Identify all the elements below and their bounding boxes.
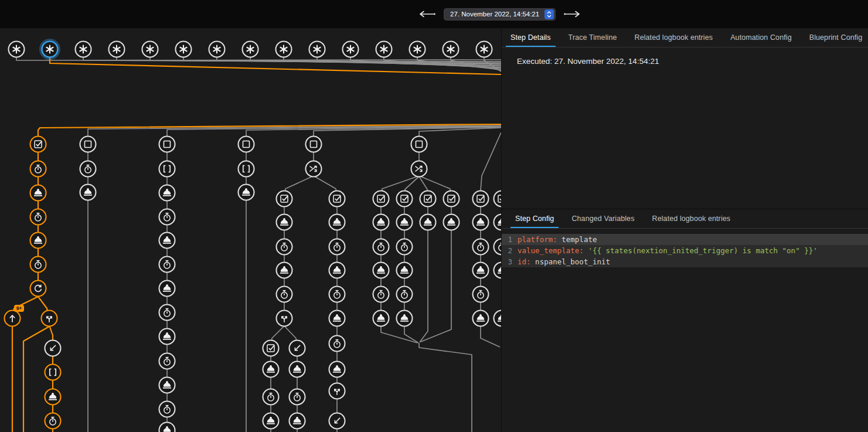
graph-node-service[interactable] — [263, 362, 279, 377]
tab-automation-config[interactable]: Automation Config — [721, 28, 801, 47]
graph-node-asterisk[interactable] — [9, 42, 25, 57]
graph-node-service[interactable] — [329, 311, 345, 326]
graph-node-asterisk[interactable] — [476, 42, 492, 57]
graph-node-service[interactable] — [80, 185, 96, 200]
graph-node-service[interactable] — [239, 185, 254, 200]
graph-node-brackets[interactable] — [239, 161, 254, 177]
graph-node-service[interactable] — [329, 215, 345, 230]
graph-node-timer[interactable] — [277, 287, 292, 302]
graph-node-split[interactable] — [277, 311, 292, 326]
graph-node-service[interactable] — [277, 215, 292, 230]
graph-node-asterisk[interactable] — [76, 42, 91, 57]
graph-node-service[interactable] — [397, 263, 413, 278]
graph-node-service[interactable] — [290, 362, 305, 377]
graph-node-square[interactable] — [80, 137, 96, 152]
graph-node-condition[interactable] — [444, 191, 459, 207]
graph-node-service[interactable] — [159, 281, 175, 297]
graph-node-asterisk[interactable] — [343, 42, 359, 57]
graph-node-timer[interactable] — [30, 209, 46, 225]
graph-node-condition[interactable] — [420, 191, 436, 207]
graph-node-brackets[interactable] — [45, 365, 61, 380]
graph-node-service[interactable] — [473, 215, 489, 230]
graph-node-service[interactable] — [373, 215, 389, 230]
graph-node-square[interactable] — [306, 137, 322, 152]
graph-node-asterisk[interactable] — [276, 42, 292, 57]
graph-node-asterisk[interactable] — [176, 42, 192, 57]
graph-node-asterisk[interactable] — [309, 42, 325, 57]
tab-step-config[interactable]: Step Config — [506, 209, 563, 228]
graph-node-service[interactable] — [444, 215, 459, 230]
graph-node-timer[interactable] — [263, 389, 279, 405]
graph-node-shuffle[interactable] — [411, 161, 427, 177]
graph-node-condition[interactable] — [329, 191, 345, 207]
graph-node-service[interactable] — [159, 233, 175, 249]
graph-node-timer[interactable] — [159, 305, 175, 321]
graph-node-timer[interactable] — [397, 287, 413, 302]
graph-node-asterisk[interactable] — [443, 42, 459, 57]
graph-node-arrow-dl[interactable] — [329, 413, 345, 429]
graph-node-service[interactable] — [397, 311, 413, 326]
graph-node-arrow-up[interactable]: 9+ — [5, 305, 25, 326]
graph-node-timer[interactable] — [373, 287, 389, 302]
graph-node-timer[interactable] — [30, 257, 46, 273]
graph-node-asterisk[interactable] — [410, 42, 426, 57]
graph-node-timer[interactable] — [159, 257, 175, 273]
graph-node-split[interactable] — [329, 383, 345, 399]
graph-node-condition[interactable] — [473, 191, 489, 207]
graph-node-timer[interactable] — [473, 287, 489, 302]
graph-node-asterisk[interactable] — [243, 42, 258, 57]
tab-blueprint-config[interactable]: Blueprint Config — [801, 28, 868, 47]
tab-related-logbook-entries[interactable]: Related logbook entries — [626, 28, 722, 47]
graph-node-condition[interactable] — [494, 191, 502, 207]
tab-related-logbook-entries[interactable]: Related logbook entries — [644, 209, 740, 228]
graph-node-service[interactable] — [420, 215, 436, 230]
graph-node-asterisk[interactable] — [376, 42, 392, 57]
graph-node-service[interactable] — [473, 263, 489, 278]
graph-node-service[interactable] — [373, 263, 389, 278]
graph-node-condition[interactable] — [263, 341, 279, 356]
graph-node-split[interactable] — [42, 311, 57, 326]
graph-node-service[interactable] — [290, 413, 305, 429]
graph-node-asterisk[interactable] — [109, 42, 125, 57]
graph-node-service[interactable] — [494, 263, 502, 278]
graph-node-square[interactable] — [159, 137, 175, 152]
graph-node-service[interactable] — [159, 423, 175, 432]
graph-node-timer[interactable] — [80, 161, 96, 177]
graph-node-asterisk[interactable] — [142, 42, 158, 57]
graph-node-service[interactable] — [494, 215, 502, 230]
graph-node-timer[interactable] — [277, 239, 292, 255]
tab-step-details[interactable]: Step Details — [502, 28, 560, 47]
graph-node-service[interactable] — [263, 413, 279, 429]
graph-node-timer[interactable] — [159, 402, 175, 417]
next-run-button[interactable] — [564, 9, 581, 19]
graph-node-timer[interactable] — [30, 161, 46, 177]
graph-node-brackets[interactable] — [159, 161, 175, 177]
graph-node-service[interactable] — [473, 311, 489, 326]
graph-node-timer[interactable] — [159, 353, 175, 369]
run-selector[interactable]: 27. November 2022, 14:54:21 — [444, 8, 556, 21]
graph-node-asterisk[interactable] — [209, 42, 225, 57]
graph-node-service[interactable] — [329, 362, 345, 377]
graph-node-shuffle[interactable] — [306, 161, 322, 177]
graph-node-service[interactable] — [159, 185, 175, 201]
graph-node-service[interactable] — [329, 263, 345, 278]
graph-node-timer[interactable] — [329, 239, 345, 255]
graph-node-timer[interactable] — [373, 239, 389, 255]
graph-node-arrow-dl[interactable] — [290, 341, 305, 356]
graph-node-service[interactable] — [30, 233, 46, 249]
graph-node-arrow-dl[interactable] — [45, 341, 61, 356]
graph-node-service[interactable] — [30, 185, 46, 201]
graph-node-service[interactable] — [159, 377, 175, 393]
tab-trace-timeline[interactable]: Trace Timeline — [560, 28, 626, 47]
graph-node-refresh[interactable] — [30, 281, 46, 297]
graph-node-timer[interactable] — [397, 239, 413, 255]
graph-node-timer[interactable] — [329, 336, 345, 352]
graph-node-condition[interactable] — [373, 191, 389, 207]
tab-changed-variables[interactable]: Changed Variables — [563, 209, 643, 228]
graph-node-timer[interactable] — [159, 209, 175, 225]
graph-node-square[interactable] — [411, 137, 427, 152]
graph-node-timer[interactable] — [45, 413, 61, 429]
graph-node-condition[interactable] — [30, 137, 46, 152]
graph-node-asterisk[interactable] — [40, 40, 60, 59]
graph-node-service[interactable] — [494, 311, 502, 326]
